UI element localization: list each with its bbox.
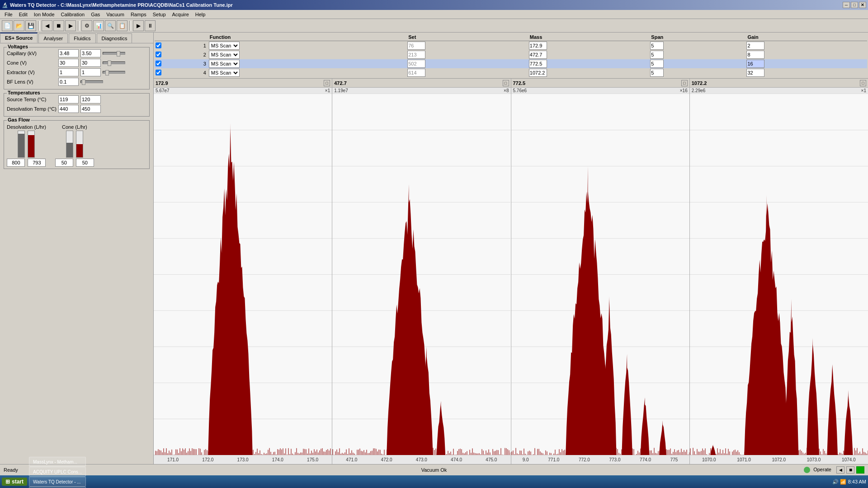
tab-analyser[interactable]: Analyser [38,33,68,43]
ftable-mass-1[interactable] [529,42,547,50]
ftable-gain-4[interactable] [746,69,764,77]
taskbar-btn-1[interactable]: ACQUITY UPLC Cons... [29,467,86,477]
menu-item-ion mode[interactable]: Ion Mode [31,11,57,18]
taskbar-btn-0[interactable]: MassLynx - Metham... [29,457,86,467]
cone-slider[interactable] [103,61,125,64]
chart-xaxis-label: 772.0 [579,457,590,462]
menu-item-help[interactable]: Help [193,11,208,18]
ftable-mass-2[interactable] [529,51,547,59]
gasflow-cone-set[interactable] [55,159,73,167]
extractor-slider[interactable] [103,71,125,74]
maximize-button[interactable]: □ [851,2,858,8]
capillary-set-input[interactable] [58,49,79,57]
taskbar-buttons: MassLynx - Metham...ACQUITY UPLC Cons...… [29,457,86,488]
capillary-slider[interactable] [103,52,125,55]
status-btn1[interactable]: ◀ [836,466,844,474]
ftable-gain-2[interactable] [746,51,764,59]
tab-diagnostics[interactable]: Diagnostics [97,33,132,43]
menu-item-edit[interactable]: Edit [16,11,30,18]
desolvation-temp-actual-input[interactable] [80,105,101,113]
ftable-gain-1[interactable] [746,42,764,50]
menu-item-gas[interactable]: Gas [88,11,103,18]
bflens-set-input[interactable] [58,78,79,86]
status-btn2[interactable]: ⏹ [846,466,854,474]
cone-actual-input[interactable] [80,59,101,67]
ftable-num-1: 1 [202,41,208,51]
chart-expand-btn-2[interactable]: □ [681,80,688,86]
ftable-span-2[interactable] [650,51,664,59]
menu-item-file[interactable]: File [2,11,15,18]
menu-item-acquire[interactable]: Acquire [170,11,192,18]
desolvation-temp-row: Desolvation Temp (°C) [7,105,146,113]
menu-item-calibration[interactable]: Calibration [58,11,88,18]
left-panel: ES+ Source Analyser Fluidics Diagnostics… [0,33,154,464]
toolbar-open[interactable]: 📂 [14,20,24,31]
source-temp-set-input[interactable] [58,95,79,103]
chart-xaxis-label: 1072.0 [772,457,786,462]
tab-essource[interactable]: ES+ Source [0,33,38,43]
ftable-span-4[interactable] [650,69,664,77]
toolbar-stop[interactable]: ⏹ [53,20,64,31]
toolbar-btn6[interactable]: 📊 [93,20,104,31]
ftable-set-2[interactable] [407,51,425,59]
chart-xaxis-label: 773.0 [609,457,620,462]
ftable-set-4[interactable] [407,69,425,77]
ftable-mass-4[interactable] [529,69,547,77]
ftable-check-1[interactable] [156,42,161,48]
toolbar-run[interactable]: ▶ [133,20,144,31]
toolbar-pause[interactable]: ⏸ [145,20,156,31]
ftable-mass-3[interactable] [529,60,547,68]
chart-expand-btn-1[interactable]: □ [503,80,509,86]
ftable-col-mass: Mass [528,33,650,41]
start-button[interactable]: ⊞ start [2,478,27,486]
ftable-row-3: 3 MS Scan MS/MS Daughter Parent [155,59,867,68]
toolbar-back[interactable]: ◀ [42,20,52,31]
menu-item-setup[interactable]: Setup [150,11,169,18]
ftable-span-1[interactable] [650,42,664,50]
ftable-gain-3[interactable] [746,60,764,68]
capillary-row: Capillary (kV) [7,49,146,57]
menu-item-ramps[interactable]: Ramps [128,11,149,18]
minimize-button[interactable]: ─ [843,2,850,8]
toolbar-play[interactable]: ▶ [65,20,76,31]
gasflow-cone-actual[interactable] [76,159,94,167]
ftable-check-2[interactable] [156,52,161,57]
chart-mass-1: 472.7 [334,80,347,86]
ftable-function-4[interactable]: MS Scan MS/MS Daughter Parent [209,69,240,77]
chart-xaxis-label: 473.0 [416,457,427,462]
ftable-function-3[interactable]: MS Scan MS/MS Daughter Parent [209,60,240,68]
toolbar-save[interactable]: 💾 [25,20,36,31]
menu-item-vacuum[interactable]: Vacuum [104,11,127,18]
chart-xaxis-label: 171.0 [167,457,179,462]
gasflow-desolvation-actual[interactable] [28,159,46,167]
ftable-check-4[interactable] [156,70,161,75]
tab-fluidics[interactable]: Fluidics [69,33,95,43]
toolbar-btn5[interactable]: ⚙ [81,20,92,31]
ftable-function-1[interactable]: MS Scan MS/MS Daughter Parent [209,42,240,50]
gasflow-desolvation-set[interactable] [7,159,25,167]
gasflow-cone-col: Cone (L/hr) [55,124,94,167]
extractor-set-input[interactable] [58,68,79,76]
chart-expand-btn-3[interactable]: □ [860,80,866,86]
ftable-set-1[interactable] [407,42,425,50]
ftable-col-function: Function [208,33,406,41]
toolbar-btn8[interactable]: 📋 [117,20,127,31]
extractor-actual-input[interactable] [80,68,101,76]
taskbar-time: 8:43 AM [848,479,866,484]
chart-xaxis-label: 475.0 [486,457,497,462]
ftable-check-3[interactable] [156,61,161,66]
cone-set-input[interactable] [58,59,79,67]
toolbar-new[interactable]: 📄 [2,20,13,31]
ftable-span-3[interactable] [650,60,664,68]
bflens-slider[interactable] [80,80,103,83]
taskbar-btn-2[interactable]: Waters TQ Detector - ... [29,477,86,487]
source-temp-actual-input[interactable] [80,95,101,103]
status-center: Vacuum Ok [223,467,645,473]
desolvation-temp-set-input[interactable] [58,105,79,113]
ftable-function-2[interactable]: MS Scan MS/MS Daughter Parent [209,51,240,59]
chart-expand-btn-0[interactable]: □ [324,80,330,86]
capillary-actual-input[interactable] [80,49,101,57]
ftable-set-3[interactable] [407,60,425,68]
close-button[interactable]: ✕ [859,2,866,8]
toolbar-btn7[interactable]: 🔍 [105,20,116,31]
